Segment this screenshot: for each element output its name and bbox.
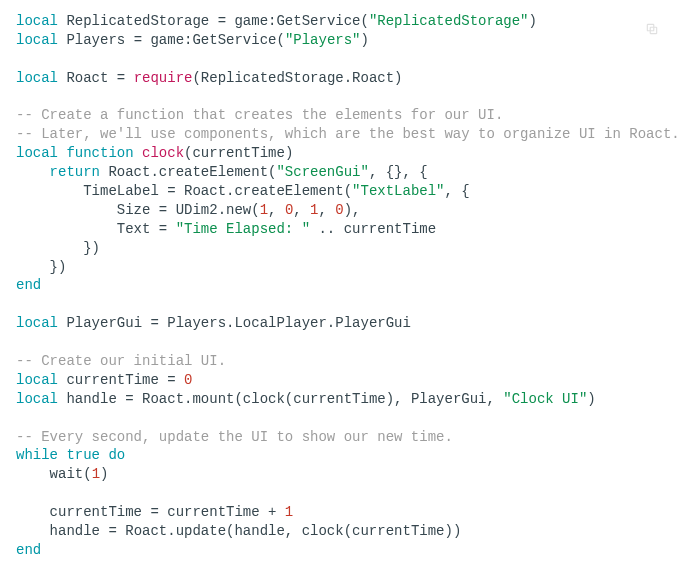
keyword: end	[16, 542, 41, 558]
string: "Time Elapsed: "	[167, 221, 310, 237]
operator: =	[159, 202, 167, 218]
string: "ReplicatedStorage"	[369, 13, 529, 29]
call: wait(	[16, 466, 92, 482]
keyword: local	[16, 372, 58, 388]
call: Roact.mount(clock(currentTime), PlayerGu…	[134, 391, 504, 407]
require: require	[125, 70, 192, 86]
keyword: function	[58, 145, 134, 161]
punct: )	[587, 391, 595, 407]
args: (currentTime)	[184, 145, 293, 161]
function-name: clock	[134, 145, 184, 161]
identifier: Size	[16, 202, 159, 218]
punct: )	[529, 13, 537, 29]
punct: ),	[344, 202, 361, 218]
keyword: return	[16, 164, 100, 180]
operator: =	[125, 391, 133, 407]
identifier: handle	[16, 523, 108, 539]
keyword: local	[16, 70, 58, 86]
identifier: ReplicatedStorage	[58, 13, 218, 29]
number: 1	[310, 202, 318, 218]
identifier: Text	[16, 221, 159, 237]
identifier: handle	[58, 391, 125, 407]
args: (ReplicatedStorage.Roact)	[192, 70, 402, 86]
call: UDim2.new(	[167, 202, 259, 218]
call: Roact.createElement(	[100, 164, 276, 180]
keyword: while	[16, 447, 58, 463]
operator: =	[117, 70, 125, 86]
punct: )	[361, 32, 369, 48]
string: "TextLabel"	[352, 183, 444, 199]
string: "Players"	[285, 32, 361, 48]
keyword: local	[16, 32, 58, 48]
call: game:GetService(	[226, 13, 369, 29]
call: game:GetService(	[142, 32, 285, 48]
number: 0	[335, 202, 343, 218]
true-literal: true	[58, 447, 100, 463]
comment: -- Create a function that creates the el…	[16, 107, 503, 123]
keyword: end	[16, 277, 41, 293]
identifier: currentTime	[58, 372, 167, 388]
identifier: TimeLabel	[16, 183, 167, 199]
code-block: local ReplicatedStorage = game:GetServic…	[16, 12, 671, 560]
expr: Roact.update(handle, clock(currentTime))	[117, 523, 461, 539]
operator: =	[134, 32, 142, 48]
keyword: local	[16, 391, 58, 407]
number: 1	[260, 202, 268, 218]
number: 0	[176, 372, 193, 388]
punct: ,	[268, 202, 285, 218]
punct: , {	[445, 183, 470, 199]
punct: ,	[319, 202, 336, 218]
operator: =	[218, 13, 226, 29]
operator: =	[150, 315, 158, 331]
number: 1	[92, 466, 100, 482]
copy-icon[interactable]	[645, 22, 659, 36]
call: Roact.createElement(	[176, 183, 352, 199]
number: 1	[285, 504, 293, 520]
punct: )	[100, 466, 108, 482]
identifier: Roact	[58, 70, 117, 86]
operator: =	[150, 504, 158, 520]
identifier: PlayerGui	[58, 315, 150, 331]
comment: -- Every second, update the UI to show o…	[16, 429, 453, 445]
string: "ScreenGui"	[276, 164, 368, 180]
concat: .. currentTime	[310, 221, 436, 237]
punct: ,	[293, 202, 310, 218]
string: "Clock UI"	[503, 391, 587, 407]
keyword: local	[16, 145, 58, 161]
expr: currentTime +	[159, 504, 285, 520]
operator: =	[167, 372, 175, 388]
operator: =	[108, 523, 116, 539]
punct: })	[16, 259, 66, 275]
keyword: do	[100, 447, 125, 463]
punct: })	[16, 240, 100, 256]
identifier: Players	[58, 32, 134, 48]
keyword: local	[16, 315, 58, 331]
expr: Players.LocalPlayer.PlayerGui	[159, 315, 411, 331]
keyword: local	[16, 13, 58, 29]
comment: -- Create our initial UI.	[16, 353, 226, 369]
identifier: currentTime	[16, 504, 150, 520]
code-content: local ReplicatedStorage = game:GetServic…	[16, 12, 671, 560]
punct: , {}, {	[369, 164, 428, 180]
comment: -- Later, we'll use components, which ar…	[16, 126, 680, 142]
operator: =	[167, 183, 175, 199]
operator: =	[159, 221, 167, 237]
